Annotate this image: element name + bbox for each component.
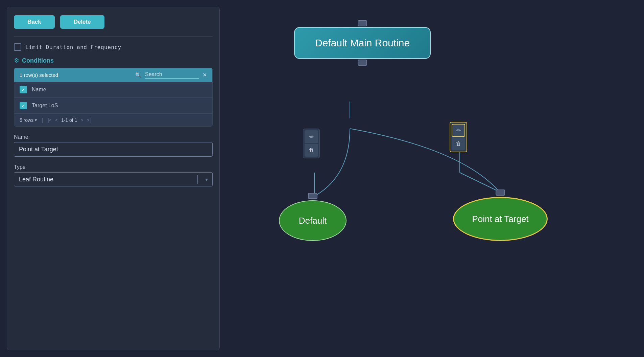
name-field-section: Name xyxy=(14,134,213,157)
main-routine-box: Default Main Routine xyxy=(294,27,431,59)
top-port-point xyxy=(496,189,505,196)
pagination-row: 5 rows ▾ | |< < 1-1 of 1 > >| xyxy=(14,114,212,126)
rows-count-label: 5 rows xyxy=(20,117,33,123)
bottom-port-main xyxy=(358,60,367,66)
conditions-table: 1 row(s) selected 🔍 ✕ ✓ Name ✓ Target Lo… xyxy=(14,68,213,127)
default-node: Default xyxy=(279,193,347,241)
type-field-section: Type Leaf Routine Main Routine Composite… xyxy=(14,164,213,186)
right-action-buttons: ✏ 🗑 xyxy=(450,122,467,152)
check-icon-name[interactable]: ✓ xyxy=(20,86,27,93)
type-select[interactable]: Leaf Routine Main Routine Composite xyxy=(14,172,213,186)
col-targetlos-label: Target LoS xyxy=(32,103,58,109)
limit-row: Limit Duration and Frequency xyxy=(14,43,213,51)
conditions-label: Conditions xyxy=(22,57,54,64)
connections-svg xyxy=(226,0,644,357)
table-row: ✓ Target LoS xyxy=(14,98,212,114)
page-info: 1-1 of 1 xyxy=(61,117,77,123)
delete-button[interactable]: Delete xyxy=(60,15,104,29)
point-at-target-node: Point at Target xyxy=(453,189,548,241)
gear-icon: ⚙ xyxy=(14,57,19,64)
search-input[interactable] xyxy=(145,71,199,79)
default-ellipse: Default xyxy=(279,200,347,241)
next-page-btn[interactable]: > xyxy=(80,117,83,123)
conditions-title: ⚙ Conditions xyxy=(14,57,213,64)
selected-count: 1 row(s) selected xyxy=(20,72,132,78)
rows-count: 5 rows ▾ xyxy=(20,117,37,123)
first-page-btn[interactable]: |< xyxy=(48,117,52,123)
search-icon: 🔍 xyxy=(135,72,142,78)
top-buttons: Back Delete xyxy=(14,15,213,29)
limit-checkbox[interactable] xyxy=(14,43,21,51)
table-row: ✓ Name xyxy=(14,82,212,98)
point-at-target-ellipse: Point at Target xyxy=(453,197,548,241)
left-edit-btn[interactable]: ✏ xyxy=(305,130,318,143)
left-panel: Back Delete Limit Duration and Frequency… xyxy=(7,7,220,350)
back-button[interactable]: Back xyxy=(14,15,55,29)
col-name-label: Name xyxy=(32,87,46,93)
name-field-input[interactable] xyxy=(14,142,213,157)
check-icon-targetlos[interactable]: ✓ xyxy=(20,102,27,109)
left-delete-btn[interactable]: 🗑 xyxy=(305,144,318,157)
divider xyxy=(14,36,213,37)
limit-label: Limit Duration and Frequency xyxy=(25,44,121,50)
close-icon[interactable]: ✕ xyxy=(202,72,207,78)
type-select-wrapper: Leaf Routine Main Routine Composite ▾ xyxy=(14,172,213,186)
top-port-default xyxy=(308,193,317,199)
search-bar: 1 row(s) selected 🔍 ✕ xyxy=(14,68,212,82)
prev-page-btn[interactable]: < xyxy=(55,117,58,123)
top-port-main xyxy=(358,20,367,26)
pagination-divider: | xyxy=(42,117,43,123)
name-field-label: Name xyxy=(14,134,213,140)
left-action-buttons: ✏ 🗑 xyxy=(303,129,320,158)
canvas: Default Main Routine ✏ 🗑 ✏ 🗑 Default Poi… xyxy=(226,0,644,357)
conditions-section: ⚙ Conditions 1 row(s) selected 🔍 ✕ ✓ Nam… xyxy=(14,57,213,127)
type-field-label: Type xyxy=(14,164,213,170)
main-routine-node: Default Main Routine xyxy=(294,20,431,66)
rows-dropdown-arrow[interactable]: ▾ xyxy=(35,118,37,122)
right-edit-btn[interactable]: ✏ xyxy=(452,124,465,137)
right-delete-btn[interactable]: 🗑 xyxy=(452,137,465,150)
last-page-btn[interactable]: >| xyxy=(87,117,91,123)
